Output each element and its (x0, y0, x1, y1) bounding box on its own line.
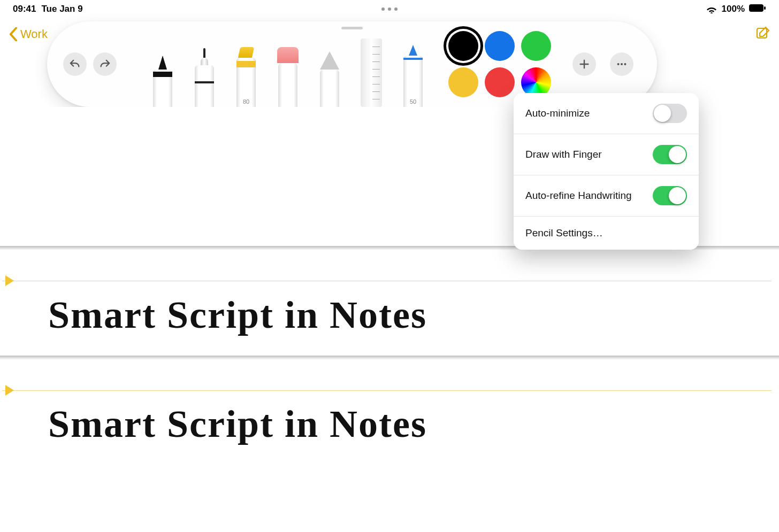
compose-icon (755, 26, 770, 41)
svg-point-4 (621, 63, 623, 65)
status-bar: 09:41 Tue Jan 9 100% (0, 0, 779, 18)
undo-icon (69, 58, 81, 70)
multitask-dots[interactable] (381, 7, 398, 11)
redo-icon (99, 58, 111, 70)
guide-arrow-icon[interactable] (5, 385, 14, 396)
popover-label: Pencil Settings… (525, 227, 603, 239)
guide-line (2, 281, 772, 281)
add-button[interactable] (572, 52, 596, 76)
more-button[interactable] (610, 52, 633, 76)
guide-arrow-icon[interactable] (5, 275, 14, 286)
popover-row-pencil-settings[interactable]: Pencil Settings… (514, 217, 699, 250)
lasso-tool[interactable] (316, 35, 343, 107)
popover-label: Auto-minimize (525, 107, 590, 119)
popover-row-auto-refine: Auto-refine Handwriting (514, 175, 699, 217)
pencil-value: 50 (403, 98, 423, 105)
color-green[interactable] (521, 31, 551, 61)
back-label: Work (20, 27, 48, 41)
redo-button[interactable] (93, 52, 117, 76)
battery-icon (749, 4, 766, 15)
back-button[interactable]: Work (9, 27, 48, 41)
handwriting-sample-2: Smart Script in Notes (48, 402, 427, 446)
svg-rect-1 (764, 6, 766, 10)
toggle-auto-minimize[interactable] (653, 104, 687, 123)
color-blue[interactable] (485, 31, 515, 61)
plus-icon (578, 58, 590, 70)
color-black[interactable] (448, 31, 478, 61)
handwriting-sample-1: Smart Script in Notes (48, 293, 427, 337)
popover-label: Draw with Finger (525, 149, 602, 160)
toggle-draw-finger[interactable] (653, 145, 687, 164)
color-red[interactable] (485, 67, 515, 97)
chevron-left-icon (9, 27, 18, 41)
popover-row-draw-finger: Draw with Finger (514, 134, 699, 175)
svg-point-3 (617, 63, 620, 65)
highlighter-value: 80 (236, 98, 256, 105)
marker-tool[interactable] (190, 35, 218, 107)
highlighter-tool[interactable]: 80 (232, 35, 260, 107)
popover-row-auto-minimize: Auto-minimize (514, 93, 699, 134)
compose-button[interactable] (755, 26, 770, 43)
color-swatches (448, 31, 551, 97)
battery-percent: 100% (722, 4, 745, 14)
guide-line (2, 390, 772, 391)
pencil-tool[interactable]: 50 (399, 35, 427, 107)
wifi-icon (706, 5, 717, 13)
status-time: 09:41 (13, 4, 36, 14)
undo-button[interactable] (63, 52, 87, 76)
pen-tool[interactable] (149, 35, 177, 107)
svg-rect-0 (749, 4, 763, 12)
more-popover: Auto-minimize Draw with Finger Auto-refi… (514, 93, 699, 250)
toggle-auto-refine[interactable] (653, 186, 687, 205)
color-yellow[interactable] (448, 67, 478, 97)
status-date: Tue Jan 9 (41, 4, 82, 14)
ruler-tool[interactable] (357, 35, 385, 107)
svg-point-5 (624, 63, 626, 65)
eraser-tool[interactable] (274, 35, 302, 107)
ellipsis-icon (616, 58, 628, 70)
popover-label: Auto-refine Handwriting (525, 190, 632, 202)
